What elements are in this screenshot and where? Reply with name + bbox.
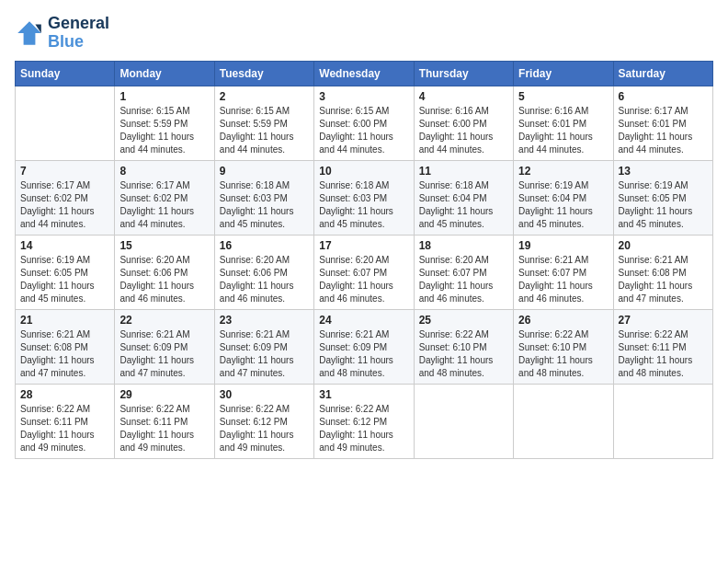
day-number: 4 [419, 90, 508, 103]
day-info: Sunrise: 6:15 AMSunset: 6:00 PMDaylight:… [319, 105, 408, 156]
day-number: 7 [20, 165, 109, 178]
day-cell: 11Sunrise: 6:18 AMSunset: 6:04 PMDayligh… [414, 160, 513, 235]
day-info: Sunrise: 6:16 AMSunset: 6:00 PMDaylight:… [419, 105, 508, 156]
day-info: Sunrise: 6:17 AMSunset: 6:01 PMDaylight:… [619, 105, 708, 156]
day-cell: 9Sunrise: 6:18 AMSunset: 6:03 PMDaylight… [214, 160, 313, 235]
header-cell-sunday: Sunday [16, 61, 115, 86]
header-cell-saturday: Saturday [613, 61, 712, 86]
day-info: Sunrise: 6:22 AMSunset: 6:11 PMDaylight:… [619, 328, 708, 380]
day-number: 29 [119, 388, 209, 401]
week-row-2: 7Sunrise: 6:17 AMSunset: 6:02 PMDaylight… [16, 160, 713, 235]
week-row-1: 1Sunrise: 6:15 AMSunset: 5:59 PMDaylight… [16, 86, 713, 160]
day-cell: 16Sunrise: 6:20 AMSunset: 6:06 PMDayligh… [214, 235, 313, 309]
logo-text: General Blue [48, 15, 109, 52]
day-info: Sunrise: 6:21 AMSunset: 6:08 PMDaylight:… [619, 254, 708, 305]
day-number: 6 [619, 90, 708, 103]
day-info: Sunrise: 6:20 AMSunset: 6:07 PMDaylight:… [319, 254, 408, 305]
day-number: 1 [119, 90, 209, 103]
day-number: 28 [20, 388, 109, 401]
day-number: 14 [20, 239, 109, 252]
day-cell: 23Sunrise: 6:21 AMSunset: 6:09 PMDayligh… [214, 309, 313, 384]
week-row-3: 14Sunrise: 6:19 AMSunset: 6:05 PMDayligh… [16, 235, 713, 309]
day-number: 31 [319, 388, 408, 401]
day-number: 13 [619, 165, 708, 178]
day-info: Sunrise: 6:20 AMSunset: 6:06 PMDaylight:… [119, 254, 209, 305]
day-cell: 15Sunrise: 6:20 AMSunset: 6:06 PMDayligh… [115, 235, 214, 309]
day-cell: 1Sunrise: 6:15 AMSunset: 5:59 PMDaylight… [115, 86, 214, 160]
logo: General Blue [15, 15, 109, 52]
day-number: 17 [319, 239, 408, 252]
header-cell-thursday: Thursday [414, 61, 513, 86]
day-number: 22 [119, 314, 209, 327]
day-cell: 8Sunrise: 6:17 AMSunset: 6:02 PMDaylight… [115, 160, 214, 235]
day-info: Sunrise: 6:15 AMSunset: 5:59 PMDaylight:… [220, 105, 309, 156]
day-cell: 19Sunrise: 6:21 AMSunset: 6:07 PMDayligh… [514, 235, 613, 309]
week-row-4: 21Sunrise: 6:21 AMSunset: 6:08 PMDayligh… [16, 309, 713, 384]
day-cell: 20Sunrise: 6:21 AMSunset: 6:08 PMDayligh… [613, 235, 712, 309]
day-number: 18 [419, 239, 508, 252]
header-cell-monday: Monday [115, 61, 214, 86]
day-info: Sunrise: 6:22 AMSunset: 6:12 PMDaylight:… [220, 403, 309, 454]
day-cell: 25Sunrise: 6:22 AMSunset: 6:10 PMDayligh… [414, 309, 513, 384]
day-number: 24 [319, 314, 408, 327]
day-number: 27 [619, 314, 708, 327]
day-cell [514, 384, 613, 458]
day-number: 9 [220, 165, 309, 178]
day-cell [414, 384, 513, 458]
header-row: SundayMondayTuesdayWednesdayThursdayFrid… [16, 61, 713, 86]
day-number: 11 [419, 165, 508, 178]
day-number: 23 [220, 314, 309, 327]
day-number: 8 [119, 165, 209, 178]
day-cell: 26Sunrise: 6:22 AMSunset: 6:10 PMDayligh… [514, 309, 613, 384]
calendar-table: SundayMondayTuesdayWednesdayThursdayFrid… [15, 61, 713, 459]
day-cell: 6Sunrise: 6:17 AMSunset: 6:01 PMDaylight… [613, 86, 712, 160]
day-cell: 28Sunrise: 6:22 AMSunset: 6:11 PMDayligh… [16, 384, 115, 458]
header-cell-tuesday: Tuesday [214, 61, 313, 86]
day-info: Sunrise: 6:21 AMSunset: 6:09 PMDaylight:… [119, 328, 209, 380]
page-header: General Blue [15, 15, 713, 52]
header-cell-wednesday: Wednesday [314, 61, 414, 86]
logo-icon [15, 18, 44, 48]
day-cell: 13Sunrise: 6:19 AMSunset: 6:05 PMDayligh… [613, 160, 712, 235]
day-cell [613, 384, 712, 458]
day-info: Sunrise: 6:21 AMSunset: 6:09 PMDaylight:… [220, 328, 309, 380]
day-info: Sunrise: 6:18 AMSunset: 6:04 PMDaylight:… [419, 179, 508, 231]
day-cell: 12Sunrise: 6:19 AMSunset: 6:04 PMDayligh… [514, 160, 613, 235]
day-number: 12 [518, 165, 608, 178]
day-info: Sunrise: 6:17 AMSunset: 6:02 PMDaylight:… [20, 179, 109, 231]
day-info: Sunrise: 6:19 AMSunset: 6:04 PMDaylight:… [518, 179, 608, 231]
day-number: 19 [518, 239, 608, 252]
day-cell: 17Sunrise: 6:20 AMSunset: 6:07 PMDayligh… [314, 235, 414, 309]
day-cell: 10Sunrise: 6:18 AMSunset: 6:03 PMDayligh… [314, 160, 414, 235]
day-info: Sunrise: 6:21 AMSunset: 6:08 PMDaylight:… [20, 328, 109, 380]
day-number: 20 [619, 239, 708, 252]
day-number: 16 [220, 239, 309, 252]
day-info: Sunrise: 6:20 AMSunset: 6:07 PMDaylight:… [419, 254, 508, 305]
day-number: 25 [419, 314, 508, 327]
day-info: Sunrise: 6:21 AMSunset: 6:09 PMDaylight:… [319, 328, 408, 380]
day-number: 21 [20, 314, 109, 327]
day-info: Sunrise: 6:22 AMSunset: 6:11 PMDaylight:… [119, 403, 209, 454]
day-cell: 21Sunrise: 6:21 AMSunset: 6:08 PMDayligh… [16, 309, 115, 384]
day-cell: 27Sunrise: 6:22 AMSunset: 6:11 PMDayligh… [613, 309, 712, 384]
day-number: 30 [220, 388, 309, 401]
day-cell: 7Sunrise: 6:17 AMSunset: 6:02 PMDaylight… [16, 160, 115, 235]
day-info: Sunrise: 6:15 AMSunset: 5:59 PMDaylight:… [119, 105, 209, 156]
day-info: Sunrise: 6:22 AMSunset: 6:11 PMDaylight:… [20, 403, 109, 454]
week-row-5: 28Sunrise: 6:22 AMSunset: 6:11 PMDayligh… [16, 384, 713, 458]
day-cell: 5Sunrise: 6:16 AMSunset: 6:01 PMDaylight… [514, 86, 613, 160]
day-info: Sunrise: 6:22 AMSunset: 6:12 PMDaylight:… [319, 403, 408, 454]
day-cell: 3Sunrise: 6:15 AMSunset: 6:00 PMDaylight… [314, 86, 414, 160]
day-number: 10 [319, 165, 408, 178]
day-cell: 2Sunrise: 6:15 AMSunset: 5:59 PMDaylight… [214, 86, 313, 160]
day-cell: 4Sunrise: 6:16 AMSunset: 6:00 PMDaylight… [414, 86, 513, 160]
day-info: Sunrise: 6:17 AMSunset: 6:02 PMDaylight:… [119, 179, 209, 231]
day-cell: 22Sunrise: 6:21 AMSunset: 6:09 PMDayligh… [115, 309, 214, 384]
day-number: 3 [319, 90, 408, 103]
day-info: Sunrise: 6:22 AMSunset: 6:10 PMDaylight:… [419, 328, 508, 380]
day-info: Sunrise: 6:18 AMSunset: 6:03 PMDaylight:… [319, 179, 408, 231]
day-cell: 14Sunrise: 6:19 AMSunset: 6:05 PMDayligh… [16, 235, 115, 309]
day-cell [16, 86, 115, 160]
day-cell: 30Sunrise: 6:22 AMSunset: 6:12 PMDayligh… [214, 384, 313, 458]
day-info: Sunrise: 6:19 AMSunset: 6:05 PMDaylight:… [619, 179, 708, 231]
